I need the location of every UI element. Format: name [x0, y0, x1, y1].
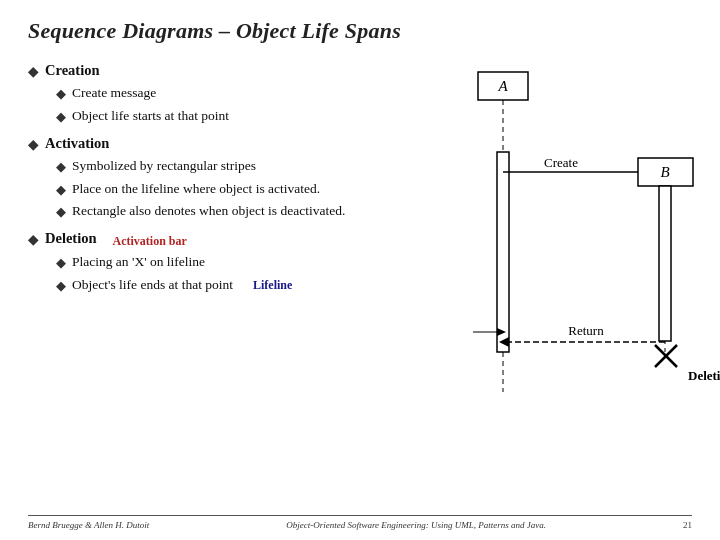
w-dot-5: ◆ — [56, 203, 66, 222]
bullet-main-activation: ◆ Activation — [28, 135, 408, 153]
svg-text:A: A — [497, 78, 508, 94]
footer: Bernd Bruegge & Allen H. Dutoit Object-O… — [28, 515, 692, 530]
bullet-main-creation: ◆ Creation — [28, 62, 408, 80]
creation-label: Creation — [45, 62, 100, 79]
bullet-deletion: ◆ Deletion Activation bar ◆ Placing an '… — [28, 230, 408, 296]
w-dot-4: ◆ — [56, 181, 66, 200]
sub-bullet-place-lifeline: ◆ Place on the lifeline where object is … — [56, 179, 408, 200]
svg-rect-3 — [497, 152, 509, 352]
activation-sub-bullets: ◆ Symbolized by rectangular stripes ◆ Pl… — [56, 156, 408, 223]
create-message-text: Create message — [72, 83, 156, 103]
text-column: ◆ Creation ◆ Create message ◆ Object lif… — [28, 62, 418, 304]
sequence-diagram: A Create B — [418, 62, 720, 452]
page: Sequence Diagrams – Object Life Spans ◆ … — [0, 0, 720, 540]
bullet-main-deletion: ◆ Deletion Activation bar — [28, 230, 408, 249]
deletion-sub-bullets: ◆ Placing an 'X' on lifeline ◆ Object's … — [56, 252, 408, 296]
diamond-icon-deletion: ◆ — [28, 232, 38, 248]
w-dot-6: ◆ — [56, 254, 66, 273]
w-dot-1: ◆ — [56, 85, 66, 104]
page-title: Sequence Diagrams – Object Life Spans — [28, 18, 692, 44]
deletion-label: Deletion — [45, 230, 97, 247]
sub-bullet-object-life-starts: ◆ Object life starts at that point — [56, 106, 408, 127]
sub-bullet-placing-x: ◆ Placing an 'X' on lifeline — [56, 252, 408, 273]
w-dot-3: ◆ — [56, 158, 66, 177]
footer-center: Object-Oriented Software Engineering: Us… — [286, 520, 546, 530]
sub-bullet-object-life-ends: ◆ Object's life ends at that point Lifel… — [56, 275, 408, 296]
svg-text:Deletion: Deletion — [688, 368, 720, 383]
bullet-activation: ◆ Activation ◆ Symbolized by rectangular… — [28, 135, 408, 223]
sub-bullet-rectangle: ◆ Rectangle also denotes when object is … — [56, 201, 408, 222]
object-life-ends-text: Object's life ends at that point — [72, 275, 233, 295]
activation-label: Activation — [45, 135, 109, 152]
creation-sub-bullets: ◆ Create message ◆ Object life starts at… — [56, 83, 408, 127]
w-dot-7: ◆ — [56, 277, 66, 296]
svg-text:Return: Return — [568, 323, 604, 338]
svg-text:Create: Create — [544, 155, 578, 170]
symbolized-text: Symbolized by rectangular stripes — [72, 156, 256, 176]
object-life-starts-text: Object life starts at that point — [72, 106, 229, 126]
rectangle-text: Rectangle also denotes when object is de… — [72, 201, 345, 221]
bullet-creation: ◆ Creation ◆ Create message ◆ Object lif… — [28, 62, 408, 127]
diamond-icon-activation: ◆ — [28, 137, 38, 153]
svg-text:B: B — [660, 164, 669, 180]
sub-bullet-create-message: ◆ Create message — [56, 83, 408, 104]
placing-x-text: Placing an 'X' on lifeline — [72, 252, 205, 272]
w-dot-2: ◆ — [56, 108, 66, 127]
footer-right: 21 — [683, 520, 692, 530]
diagram-column: A Create B — [418, 62, 692, 442]
sub-bullet-symbolized: ◆ Symbolized by rectangular stripes — [56, 156, 408, 177]
footer-left: Bernd Bruegge & Allen H. Dutoit — [28, 520, 149, 530]
lifeline-label: Lifeline — [253, 277, 292, 294]
svg-rect-10 — [659, 186, 671, 341]
activation-bar-label: Activation bar — [113, 234, 187, 249]
place-lifeline-text: Place on the lifeline where object is ac… — [72, 179, 320, 199]
diamond-icon-creation: ◆ — [28, 64, 38, 80]
content-area: ◆ Creation ◆ Create message ◆ Object lif… — [28, 62, 692, 442]
